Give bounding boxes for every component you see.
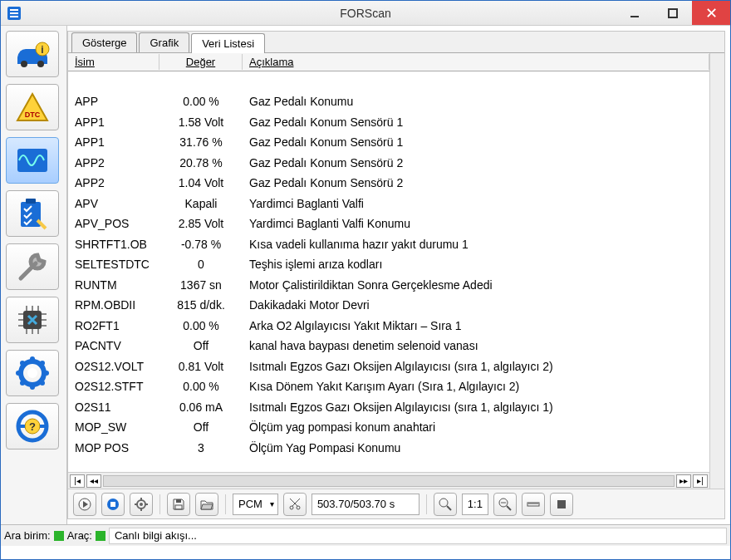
table-row[interactable]: APP131.76 %Gaz Pedalı Konum Sensörü 1 <box>68 133 709 154</box>
close-button[interactable]: ✕ <box>692 1 730 25</box>
titlebar: FORScan ✕ <box>1 1 730 26</box>
svg-point-30 <box>20 381 25 386</box>
window-controls: ✕ <box>616 1 730 25</box>
tab-graph[interactable]: Grafik <box>139 32 189 52</box>
cell-name: APP2 <box>68 155 159 171</box>
minimize-button[interactable] <box>616 1 654 25</box>
scroll-prev-icon[interactable]: ◂◂ <box>86 474 101 488</box>
table-row[interactable]: PACNTVOffkanal hava baypası denetim sele… <box>68 336 709 357</box>
sidebar-service-button[interactable] <box>6 243 59 290</box>
cell-value: 2.85 Volt <box>159 215 243 232</box>
horizontal-scrollbar[interactable]: |◂ ◂◂ ▸▸ ▸| <box>68 472 709 489</box>
cell-value: 0.81 Volt <box>159 358 243 375</box>
table-row[interactable]: APP220.78 %Gaz Pedalı Konum Sensörü 2 <box>68 153 709 174</box>
stop-button[interactable] <box>101 493 125 516</box>
sidebar-config-button[interactable] <box>6 297 59 343</box>
cell-value: 815 d/dk. <box>159 297 243 313</box>
scroll-next-icon[interactable]: ▸▸ <box>676 474 691 488</box>
save-button[interactable] <box>167 493 190 516</box>
col-header-value[interactable]: Değer <box>159 54 243 70</box>
table-row[interactable]: APP11.58 VoltGaz Pedalı Konum Sensörü 1 <box>68 112 709 133</box>
clipboard-icon <box>14 197 51 230</box>
cell-value: 0.00 % <box>159 317 243 334</box>
chip-icon <box>15 302 50 337</box>
ruler-icon <box>527 498 540 511</box>
play-button[interactable] <box>73 493 96 516</box>
svg-line-52 <box>447 506 451 510</box>
table-row[interactable]: APVKapaliYardimci Baglanti Valfi <box>68 194 709 214</box>
cell-name: RUNTM <box>68 277 159 293</box>
open-button[interactable] <box>195 493 218 516</box>
cell-desc: Gaz Pedalı Konumu <box>243 93 709 110</box>
save-icon <box>172 498 185 511</box>
table-row[interactable]: APP21.04 VoltGaz Pedalı Konum Sensörü 2 <box>68 174 709 194</box>
maximize-button[interactable] <box>654 1 692 25</box>
svg-text:DTC: DTC <box>25 111 41 119</box>
svg-point-24 <box>30 356 35 361</box>
module-select[interactable]: PCM <box>233 494 278 515</box>
table-row[interactable]: MOP_SWOffÖlçüm yag pompasi konum anahtar… <box>68 418 709 439</box>
svg-point-29 <box>40 361 45 366</box>
svg-point-25 <box>30 385 35 390</box>
sidebar-oscilloscope-button[interactable] <box>6 137 59 184</box>
cell-desc: Ölçüm Yag Pompasi Konumu <box>243 440 709 456</box>
table-row[interactable] <box>68 71 709 92</box>
status-bar: Ara birim: Araç: Canlı bilgi akışı... <box>1 524 730 546</box>
table-row[interactable]: SHRTFT1.OB-0.78 %Kısa vadeli kullanıma h… <box>68 234 709 255</box>
zoom-fit-button[interactable] <box>493 493 517 516</box>
svg-point-49 <box>290 506 293 509</box>
tab-datalist[interactable]: Veri Listesi <box>191 33 265 53</box>
cell-desc: Kısa vadeli kullanıma hazır yakıt durumu… <box>243 236 709 253</box>
vertical-scrollbar[interactable] <box>709 53 724 489</box>
table-row[interactable]: APP0.00 %Gaz Pedalı Konumu <box>68 92 709 113</box>
settings-button[interactable] <box>130 493 153 516</box>
cell-name: O2S12.STFT <box>68 378 159 395</box>
cell-name <box>68 80 159 83</box>
tab-bar: Gösterge Grafik Veri Listesi <box>68 32 724 53</box>
cell-name: PACNTV <box>68 337 159 354</box>
cell-name: O2S12.VOLT <box>68 358 159 375</box>
tab-gauge[interactable]: Gösterge <box>71 32 137 52</box>
cell-value: -0.78 % <box>159 236 243 253</box>
col-header-desc[interactable]: Açıklama <box>243 54 709 70</box>
table-row[interactable]: O2S12.STFT0.00 %Kısa Dönem Yakıt Karışım… <box>68 377 709 398</box>
cell-desc: kanal hava baypası denetim selenoid vana… <box>243 337 709 354</box>
col-header-name[interactable]: İsim <box>68 54 159 70</box>
cell-name: MOP POS <box>68 440 159 456</box>
table-row[interactable]: RO2FT10.00 %Arka O2 Algılayıcısı Yakıt M… <box>68 316 709 336</box>
sidebar-help-button[interactable]: ? <box>6 403 59 449</box>
scroll-last-icon[interactable]: ▸| <box>693 474 708 488</box>
svg-rect-47 <box>176 499 181 503</box>
ruler-button[interactable] <box>522 493 545 516</box>
table-header: İsim Değer Açıklama <box>68 53 709 71</box>
marker-button[interactable] <box>550 493 573 516</box>
svg-text:?: ? <box>29 420 36 433</box>
cut-button[interactable] <box>283 493 307 516</box>
table-row[interactable]: O2S12.VOLT0.81 VoltIsıtmalı Egzos Gazı O… <box>68 356 709 377</box>
sidebar-vehicle-button[interactable]: i <box>6 31 59 77</box>
scroll-track[interactable] <box>103 475 675 487</box>
table-row[interactable]: SELTESTDTC0Teşhis işlemi arıza kodları <box>68 255 709 276</box>
cell-name: RO2FT1 <box>68 317 159 334</box>
waveform-icon <box>14 145 51 175</box>
table-row[interactable]: APV_POS2.85 VoltYardimci Baglanti Valfi … <box>68 214 709 235</box>
scroll-first-icon[interactable]: |◂ <box>70 474 85 488</box>
zoom-reset-button[interactable] <box>434 493 457 516</box>
table-row[interactable]: RUNTM1367 snMotor Çalistirildiktan Sonra… <box>68 275 709 296</box>
status-vehicle-indicator <box>96 531 105 541</box>
svg-point-26 <box>16 371 21 376</box>
table-row[interactable]: O2S110.06 mAIsıtmalı Egzos Gazı Oksijen … <box>68 397 709 418</box>
steering-help-icon: ? <box>15 409 50 444</box>
cell-desc: Isıtmalı Egzos Gazı Oksijen Algılayıcısı… <box>243 399 709 415</box>
sidebar-settings-button[interactable] <box>6 350 59 396</box>
cell-name: APP1 <box>68 134 159 150</box>
cell-name: SHRTFT1.OB <box>68 236 159 253</box>
svg-point-2 <box>21 61 27 67</box>
table-row[interactable]: RPM.OBDII815 d/dk.Dakikadaki Motor Devri <box>68 296 709 317</box>
svg-point-31 <box>40 381 45 386</box>
sidebar-tests-button[interactable] <box>6 190 59 237</box>
table-row[interactable]: MOP POS3Ölçüm Yag Pompasi Konumu <box>68 438 709 459</box>
svg-point-42 <box>140 503 143 506</box>
sidebar-dtc-button[interactable]: DTC <box>6 84 59 130</box>
cell-desc: Motor Çalistirildiktan Sonra Gerçeklesme… <box>243 277 709 293</box>
